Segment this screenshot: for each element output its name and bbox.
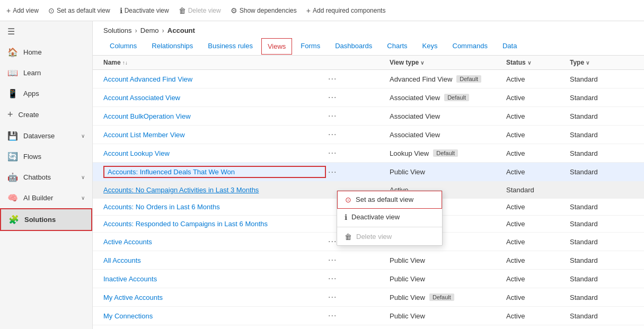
tab-views[interactable]: Views [261,38,292,55]
tab-data[interactable]: Data [496,38,523,55]
view-type-cell: Public View [390,312,506,320]
home-icon: 🏠 [7,47,18,57]
add-view-button[interactable]: + Add view [6,6,39,15]
table-row: My Active Accounts ··· Public View Defau… [93,288,644,307]
row-name[interactable]: Active Accounts [103,238,326,246]
delete-icon: 🗑 [179,6,186,15]
sidebar-item-solutions[interactable]: 🧩 Solutions [0,208,92,231]
apps-icon: 📱 [7,88,18,99]
status-cell: Active [506,312,570,320]
row-dots-button[interactable]: ··· [326,254,390,266]
set-default-view-button[interactable]: ⊙ Set as default view [48,6,110,15]
tab-forms[interactable]: Forms [294,38,327,55]
status-cell: Active [506,220,570,228]
context-deactivate-button[interactable]: ℹ Deactivate view [337,209,442,226]
row-name[interactable]: All Accounts [103,256,326,264]
show-dependencies-button[interactable]: ⚙ Show dependencies [231,6,297,15]
view-type-cell: Associated View Default [390,94,506,102]
row-name-context[interactable]: Accounts: No Campaign Activities in Last… [103,186,326,194]
row-name[interactable]: Account List Member View [103,131,326,139]
row-dots-button[interactable]: ··· [326,129,390,140]
row-name[interactable]: Account Lookup View [103,149,326,157]
dataverse-icon: 💾 [7,131,18,141]
name-header[interactable]: Name ↑↓ [103,59,326,66]
tab-commands[interactable]: Commands [446,38,494,55]
type-header[interactable]: Type ∨ [570,59,633,66]
default-badge: Default [429,294,454,301]
sidebar-item-chatbots[interactable]: 🤖 Chatbots ∨ [0,167,92,188]
sidebar-item-ai-builder[interactable]: 🧠 AI Builder ∨ [0,188,92,208]
type-cell: Standard [570,203,633,211]
row-name[interactable]: Account Associated View [103,94,326,102]
type-cell: Standard [570,168,633,176]
row-name[interactable]: Account BulkOperation View [103,112,326,120]
type-cell: Standard [570,238,633,246]
row-dots-button[interactable]: ··· [326,291,390,303]
sidebar-item-learn[interactable]: 📖 Learn [0,63,92,83]
row-name[interactable]: Account Advanced Find View [103,75,326,83]
row-dots-button[interactable]: ··· [326,166,390,178]
row-dots-button[interactable]: ··· [326,92,390,103]
row-dots-button[interactable]: ··· [326,310,390,322]
type-cell: Standard [570,220,633,228]
deactivate-view-button[interactable]: ℹ Deactivate view [120,6,169,15]
tab-charts[interactable]: Charts [381,38,413,55]
context-menu-divider [337,227,442,227]
dependencies-icon: ⚙ [231,6,237,15]
breadcrumb-demo[interactable]: Demo [140,26,159,34]
row-dots-button[interactable]: ··· [326,73,390,85]
table-row-context: Accounts: No Campaign Activities in Last… [93,182,644,199]
row-name[interactable]: Inactive Accounts [103,275,326,283]
tab-columns[interactable]: Columns [103,38,143,55]
status-cell: Active [506,275,570,283]
table-row: My Connections ··· Public View Active St… [93,307,644,325]
status-cell: Active [506,238,570,246]
name-sort-icon: ↑↓ [122,60,128,66]
deactivate-cm-icon: ℹ [345,213,347,221]
context-set-default-button[interactable]: ⊙ Set as default view [337,191,442,209]
info-icon: ℹ [120,6,122,15]
view-type-cell: Advanced Find View Default [390,75,506,83]
row-name[interactable]: Accounts: No Orders in Last 6 Months [103,203,326,211]
type-cell: Standard [570,149,633,157]
sidebar-item-flows[interactable]: 🔄 Flows [0,146,92,167]
add-required-components-button[interactable]: + Add required components [306,6,386,15]
sidebar-item-create[interactable]: + Create [0,104,92,126]
status-header[interactable]: Status ∨ [506,59,570,66]
type-cell: Standard [570,294,633,301]
learn-icon: 📖 [7,68,18,78]
hamburger-button[interactable]: ☰ [0,21,92,42]
sidebar-item-dataverse[interactable]: 💾 Dataverse ∨ [0,126,92,146]
breadcrumb-solutions[interactable]: Solutions [103,26,131,34]
row-dots-button[interactable]: ··· [326,273,390,284]
breadcrumb: Solutions › Demo › Account [93,21,644,38]
solutions-icon: 🧩 [8,215,19,225]
tab-relationships[interactable]: Relationships [145,38,199,55]
row-name[interactable]: My Connections [103,312,326,320]
type-cell: Standard [570,94,633,102]
ai-builder-icon: 🧠 [7,193,18,203]
table-row: Account BulkOperation View ··· Associate… [93,107,644,126]
row-dots-button[interactable]: ··· [326,110,390,122]
plus2-icon: + [306,6,311,15]
sidebar-item-home[interactable]: 🏠 Home [0,42,92,63]
content-area: Solutions › Demo › Account Columns Relat… [93,21,644,329]
delete-view-button[interactable]: 🗑 Delete view [179,6,221,15]
context-delete-button[interactable]: 🗑 Delete view [337,228,442,245]
tab-dashboards[interactable]: Dashboards [329,38,378,55]
tab-business-rules[interactable]: Business rules [201,38,259,55]
breadcrumb-sep2: › [162,26,164,34]
row-name[interactable]: My Active Accounts [103,294,326,301]
tab-keys[interactable]: Keys [416,38,444,55]
status-cell: Active [506,112,570,120]
table-row: Account Lookup View ··· Lookup View Defa… [93,144,644,163]
status-cell: Active [506,203,570,211]
row-name[interactable]: Accounts: Responded to Campaigns in Last… [103,220,326,228]
viewtype-header[interactable]: View type ∨ [390,59,506,66]
status-cell: Active [506,75,570,83]
ai-builder-chevron-icon: ∨ [81,195,85,201]
type-cell: Standard [570,131,633,139]
row-name-selected[interactable]: Accounts: Influenced Deals That We Won [103,166,326,178]
row-dots-button[interactable]: ··· [326,147,390,159]
sidebar-item-apps[interactable]: 📱 Apps [0,83,92,104]
